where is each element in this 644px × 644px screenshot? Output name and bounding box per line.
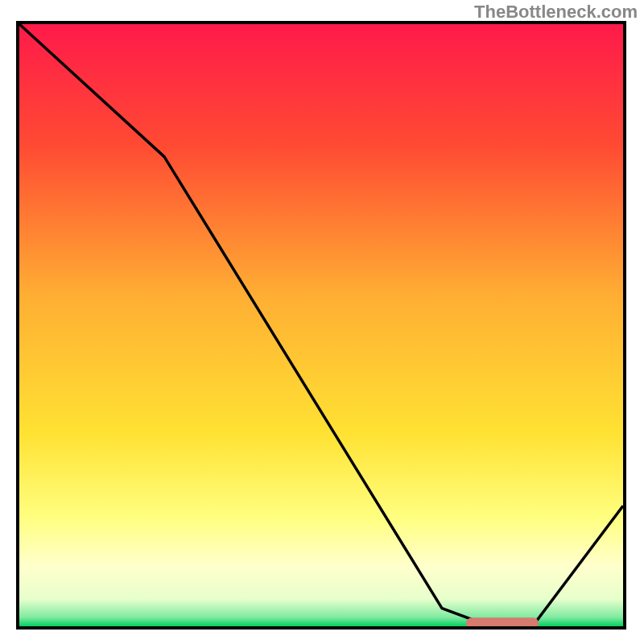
chart-svg [19,24,623,626]
chart-plot-area [19,24,623,626]
watermark-text: TheBottleneck.com [474,2,638,23]
optimal-range-marker [466,617,539,626]
chart-frame [16,21,626,630]
chart-container: TheBottleneck.com [0,0,644,644]
gradient-background [19,24,623,626]
